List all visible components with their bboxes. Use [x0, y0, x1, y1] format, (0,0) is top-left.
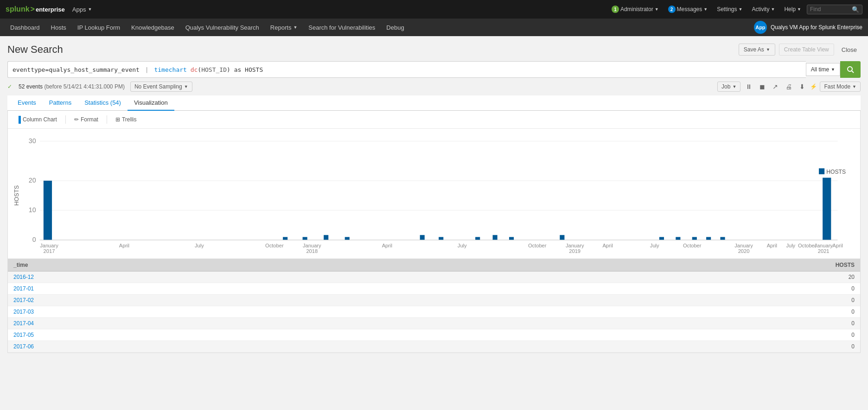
svg-text:July: July: [195, 243, 204, 248]
nav-dashboard[interactable]: Dashboard: [6, 21, 45, 34]
help-chevron-icon: ▼: [797, 7, 801, 12]
tab-bar: Events Patterns Statistics (54) Visualiz…: [7, 95, 861, 111]
tab-statistics[interactable]: Statistics (54): [78, 95, 128, 111]
time-range-chevron-icon: ▼: [831, 67, 835, 72]
print-button[interactable]: 🖨: [783, 82, 794, 92]
share-button[interactable]: ↗: [770, 82, 780, 92]
toolbar-separator: [65, 115, 66, 124]
row-time: 2017-02: [13, 297, 817, 303]
svg-text:30: 30: [29, 137, 36, 145]
admin-chevron-icon: ▼: [655, 7, 659, 12]
close-button[interactable]: Close: [838, 44, 861, 56]
activity-chevron-icon: ▼: [771, 7, 775, 12]
svg-text:April: April: [767, 243, 777, 248]
svg-line-1: [852, 71, 854, 73]
chart-container: 30 20 10 0 HOSTS: [8, 129, 860, 259]
table-row: 2017-03 0: [8, 306, 860, 318]
tab-events[interactable]: Events: [11, 95, 43, 111]
find-box[interactable]: 🔍: [807, 5, 862, 14]
svg-text:2018: 2018: [306, 248, 318, 253]
svg-text:October: October: [528, 243, 547, 248]
qualys-app-label: Qualys VM App for Splunk Enterprise: [771, 24, 862, 31]
splunk-logo[interactable]: splunk>enterprise: [6, 5, 65, 13]
search-run-icon: [847, 66, 854, 73]
visualization-area: ▐ Column Chart ✏ Format ⊞ Trellis: [7, 111, 861, 353]
row-time: 2017-06: [13, 343, 817, 350]
svg-rect-18: [475, 237, 480, 240]
pause-button[interactable]: ⏸: [743, 82, 754, 92]
table-row: 2017-04 0: [8, 318, 860, 329]
tab-visualization[interactable]: Visualization: [128, 95, 174, 111]
row-time: 2017-01: [13, 285, 817, 292]
svg-rect-21: [560, 235, 564, 240]
svg-rect-25: [706, 237, 711, 240]
search-input-container[interactable]: eventtype=qualys_host_summary_event | ti…: [7, 61, 806, 78]
svg-text:HOSTS: HOSTS: [826, 169, 846, 175]
svg-text:January: January: [814, 243, 833, 248]
time-range-selector[interactable]: All time ▼: [806, 63, 840, 76]
table-row: 2017-02 0: [8, 295, 860, 306]
chart-toolbar: ▐ Column Chart ✏ Format ⊞ Trellis: [8, 111, 860, 129]
apps-button[interactable]: Apps ▼: [69, 4, 96, 15]
trellis-button[interactable]: ⊞ Trellis: [113, 115, 140, 124]
nav-reports[interactable]: Reports ▼: [266, 21, 302, 34]
format-button[interactable]: ✏ Format: [71, 115, 101, 124]
svg-rect-24: [692, 237, 697, 240]
svg-text:July: July: [458, 243, 467, 248]
job-chevron-icon: ▼: [732, 84, 736, 89]
chart-svg: 30 20 10 0 HOSTS: [12, 136, 856, 255]
svg-rect-19: [493, 235, 498, 240]
top-nav-right: 1 Administrator ▼ 2 Messages ▼ Settings …: [608, 4, 862, 15]
status-check-icon: ✓: [7, 83, 12, 90]
column-chart-button[interactable]: ▐ Column Chart: [13, 114, 60, 125]
save-as-chevron-icon: ▼: [766, 47, 770, 52]
svg-text:0: 0: [32, 236, 36, 243]
svg-text:10: 10: [29, 206, 36, 214]
export-button[interactable]: ⬇: [797, 82, 807, 92]
format-icon: ✏: [74, 116, 79, 123]
svg-rect-17: [439, 237, 443, 240]
toolbar-separator-2: [107, 115, 107, 124]
search-bar: eventtype=qualys_host_summary_event | ti…: [7, 61, 861, 78]
qualys-app-badge: App: [754, 21, 767, 34]
messages-badge: 2: [668, 6, 676, 13]
table-row: 2016-12 20: [8, 271, 860, 283]
nav-knowledgebase[interactable]: Knowledgebase: [127, 21, 179, 34]
svg-rect-26: [720, 237, 725, 240]
nav-debug[interactable]: Debug: [382, 21, 408, 34]
activity-button[interactable]: Activity ▼: [748, 4, 779, 14]
nav-search-vulnerabilities[interactable]: Search for Vulnerabilities: [304, 21, 380, 34]
fast-mode-chevron-icon: ▼: [852, 84, 856, 89]
svg-text:October: October: [683, 243, 702, 248]
svg-rect-53: [819, 168, 824, 174]
nav-ip-lookup-form[interactable]: IP Lookup Form: [73, 21, 125, 34]
settings-button[interactable]: Settings ▼: [713, 4, 746, 14]
search-icon: 🔍: [852, 6, 859, 13]
events-count: 52 events (before 5/14/21 4:41:31.000 PM…: [19, 83, 125, 90]
svg-text:April: April: [832, 243, 842, 248]
administrator-button[interactable]: 1 Administrator ▼: [608, 4, 663, 15]
query-keyword: eventtype=qualys_host_summary_event: [13, 66, 140, 73]
run-search-button[interactable]: [840, 61, 861, 78]
apps-chevron-icon: ▼: [88, 7, 92, 12]
event-sampling-button[interactable]: No Event Sampling ▼: [130, 82, 192, 92]
row-hosts: 0: [817, 285, 855, 292]
tab-patterns[interactable]: Patterns: [43, 95, 78, 111]
svg-text:April: April: [382, 243, 392, 248]
stop-button[interactable]: ◼: [757, 82, 767, 92]
nav-qualys-vuln-search[interactable]: Qualys Vulnerability Search: [181, 21, 264, 34]
save-as-button[interactable]: Save As ▼: [739, 44, 775, 56]
job-button[interactable]: Job ▼: [717, 82, 740, 92]
help-button[interactable]: Help ▼: [780, 4, 805, 14]
nav-hosts[interactable]: Hosts: [46, 21, 71, 34]
messages-button[interactable]: 2 Messages ▼: [664, 4, 712, 15]
svg-rect-15: [345, 237, 350, 240]
svg-text:January: January: [40, 243, 58, 248]
fast-mode-button[interactable]: Fast Mode ▼: [820, 82, 861, 92]
admin-badge: 1: [612, 6, 619, 13]
find-input[interactable]: [810, 6, 852, 13]
table-row: 2017-05 0: [8, 329, 860, 341]
sampling-chevron-icon: ▼: [184, 84, 188, 89]
svg-rect-12: [283, 237, 287, 240]
create-table-view-button[interactable]: Create Table View: [779, 44, 834, 56]
